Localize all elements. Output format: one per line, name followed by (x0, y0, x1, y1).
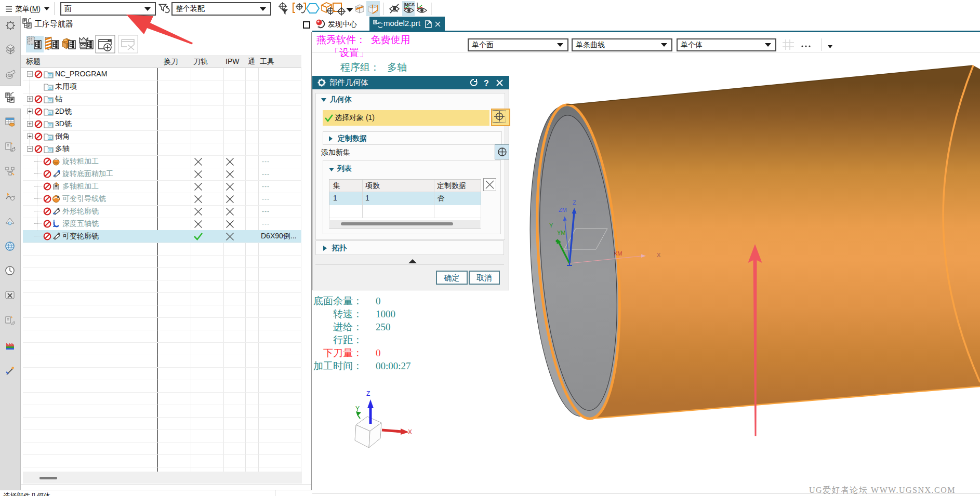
svg-text:XM: XM (614, 250, 623, 257)
svg-text:Z: Z (573, 199, 576, 206)
svg-text:YM: YM (557, 230, 566, 236)
svg-text:?: ? (484, 79, 489, 87)
svg-text:Z: Z (366, 390, 370, 397)
svg-text:X: X (657, 252, 661, 258)
svg-text:Y: Y (355, 405, 360, 412)
svg-text:X: X (408, 428, 412, 436)
svg-text:Y: Y (549, 222, 553, 229)
svg-text:ZM: ZM (559, 207, 567, 213)
svg-text:MCS: MCS (405, 2, 415, 7)
